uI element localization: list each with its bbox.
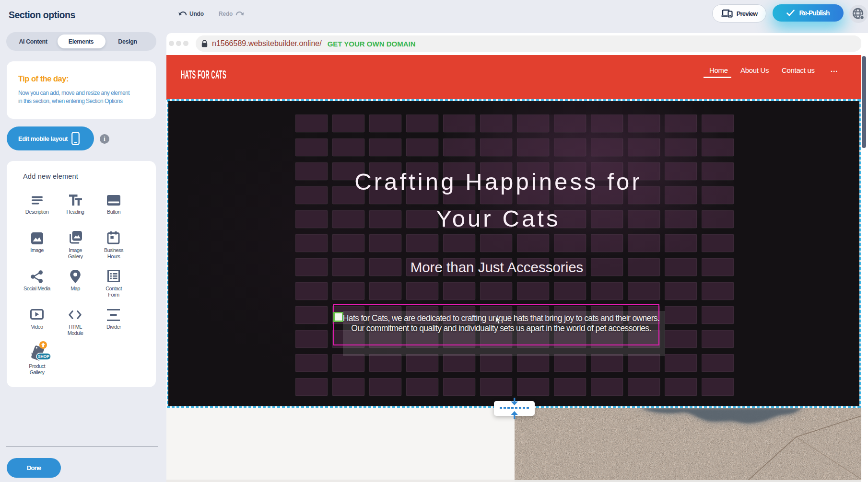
- svg-text:SHOP: SHOP: [38, 354, 49, 359]
